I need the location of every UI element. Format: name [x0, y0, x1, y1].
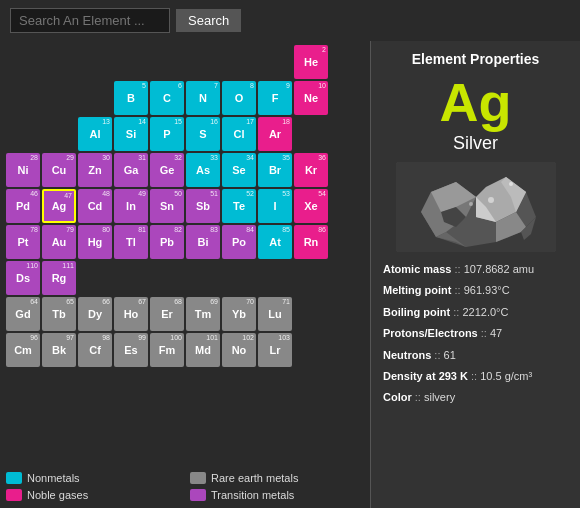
element-Ge[interactable]: 32Ge [150, 153, 184, 187]
element-Br[interactable]: 35Br [258, 153, 292, 187]
empty-cell [294, 261, 328, 295]
element-Rg[interactable]: 111Rg [42, 261, 76, 295]
element-Si[interactable]: 14Si [114, 117, 148, 151]
atomic-number: 5 [142, 82, 146, 89]
element-symbol-cell: Cm [14, 344, 32, 356]
element-B[interactable]: 5B [114, 81, 148, 115]
element-Po[interactable]: 84Po [222, 225, 256, 259]
atomic-number: 48 [102, 190, 110, 197]
element-symbol-cell: He [304, 56, 318, 68]
element-Al[interactable]: 13Al [78, 117, 112, 151]
element-Es[interactable]: 99Es [114, 333, 148, 367]
element-Yb[interactable]: 70Yb [222, 297, 256, 331]
element-S[interactable]: 16S [186, 117, 220, 151]
element-Md[interactable]: 101Md [186, 333, 220, 367]
element-Ag[interactable]: 47Ag [42, 189, 76, 223]
element-Tl[interactable]: 81Tl [114, 225, 148, 259]
element-Cf[interactable]: 98Cf [78, 333, 112, 367]
element-Bi[interactable]: 83Bi [186, 225, 220, 259]
element-symbol-cell: Tl [126, 236, 136, 248]
element-Ga[interactable]: 31Ga [114, 153, 148, 187]
element-Au[interactable]: 79Au [42, 225, 76, 259]
element-Fm[interactable]: 100Fm [150, 333, 184, 367]
element-Er[interactable]: 68Er [150, 297, 184, 331]
element-Pd[interactable]: 46Pd [6, 189, 40, 223]
element-Pt[interactable]: 78Pt [6, 225, 40, 259]
element-He[interactable]: 2He [294, 45, 328, 79]
element-symbol-cell: C [163, 92, 171, 104]
legend-label: Nonmetals [27, 472, 80, 484]
legend-label: Noble gases [27, 489, 88, 501]
empty-cell [330, 153, 364, 187]
element-Rn[interactable]: 86Rn [294, 225, 328, 259]
atomic-number: 47 [64, 192, 72, 199]
element-Cl[interactable]: 17Cl [222, 117, 256, 151]
element-Ne[interactable]: 10Ne [294, 81, 328, 115]
element-symbol-cell: O [235, 92, 244, 104]
atomic-number: 101 [206, 334, 218, 341]
element-symbol-cell: Xe [304, 200, 317, 212]
empty-cell [186, 45, 220, 79]
atomic-number: 33 [210, 154, 218, 161]
element-Te[interactable]: 52Te [222, 189, 256, 223]
element-At[interactable]: 85At [258, 225, 292, 259]
empty-cell [258, 45, 292, 79]
element-Tb[interactable]: 65Tb [42, 297, 76, 331]
atomic-number: 79 [66, 226, 74, 233]
element-symbol-cell: Te [233, 200, 245, 212]
atomic-number: 97 [66, 334, 74, 341]
element-Ho[interactable]: 67Ho [114, 297, 148, 331]
element-C[interactable]: 6C [150, 81, 184, 115]
element-No[interactable]: 102No [222, 333, 256, 367]
element-Ni[interactable]: 28Ni [6, 153, 40, 187]
element-symbol-cell: Ne [304, 92, 318, 104]
legend-label: Transition metals [211, 489, 294, 501]
element-Zn[interactable]: 30Zn [78, 153, 112, 187]
element-P[interactable]: 15P [150, 117, 184, 151]
element-Lu[interactable]: 71Lu [258, 297, 292, 331]
prop-value: 2212.0°C [462, 306, 508, 318]
prop-sep: :: [451, 284, 463, 296]
element-N[interactable]: 7N [186, 81, 220, 115]
element-As[interactable]: 33As [186, 153, 220, 187]
search-input[interactable] [10, 8, 170, 33]
element-Sn[interactable]: 50Sn [150, 189, 184, 223]
element-Cd[interactable]: 48Cd [78, 189, 112, 223]
atomic-number: 98 [102, 334, 110, 341]
prop-sep: :: [451, 263, 463, 275]
element-symbol-cell: P [163, 128, 170, 140]
properties-list: Atomic mass :: 107.8682 amuMelting point… [383, 262, 568, 406]
element-I[interactable]: 53I [258, 189, 292, 223]
element-symbol-cell: Au [52, 236, 67, 248]
empty-cell [294, 117, 328, 151]
element-Xe[interactable]: 54Xe [294, 189, 328, 223]
prop-key: Boiling point [383, 306, 450, 318]
element-Cu[interactable]: 29Cu [42, 153, 76, 187]
element-Ds[interactable]: 110Ds [6, 261, 40, 295]
element-Bk[interactable]: 97Bk [42, 333, 76, 367]
element-O[interactable]: 8O [222, 81, 256, 115]
element-Se[interactable]: 34Se [222, 153, 256, 187]
atomic-number: 68 [174, 298, 182, 305]
search-button[interactable]: Search [176, 9, 241, 32]
legend-color [6, 489, 22, 501]
element-Sb[interactable]: 51Sb [186, 189, 220, 223]
element-symbol-cell: Cu [52, 164, 67, 176]
element-Kr[interactable]: 36Kr [294, 153, 328, 187]
element-Gd[interactable]: 64Gd [6, 297, 40, 331]
property-line: Protons/Electrons :: 47 [383, 326, 568, 341]
element-Tm[interactable]: 69Tm [186, 297, 220, 331]
element-Ar[interactable]: 18Ar [258, 117, 292, 151]
element-Cm[interactable]: 96Cm [6, 333, 40, 367]
element-In[interactable]: 49In [114, 189, 148, 223]
element-Lr[interactable]: 103Lr [258, 333, 292, 367]
prop-value: 107.8682 amu [464, 263, 534, 275]
element-F[interactable]: 9F [258, 81, 292, 115]
empty-cell [186, 261, 220, 295]
atomic-number: 10 [318, 82, 326, 89]
element-Hg[interactable]: 80Hg [78, 225, 112, 259]
atomic-number: 86 [318, 226, 326, 233]
element-Pb[interactable]: 82Pb [150, 225, 184, 259]
element-Dy[interactable]: 66Dy [78, 297, 112, 331]
empty-cell [114, 261, 148, 295]
